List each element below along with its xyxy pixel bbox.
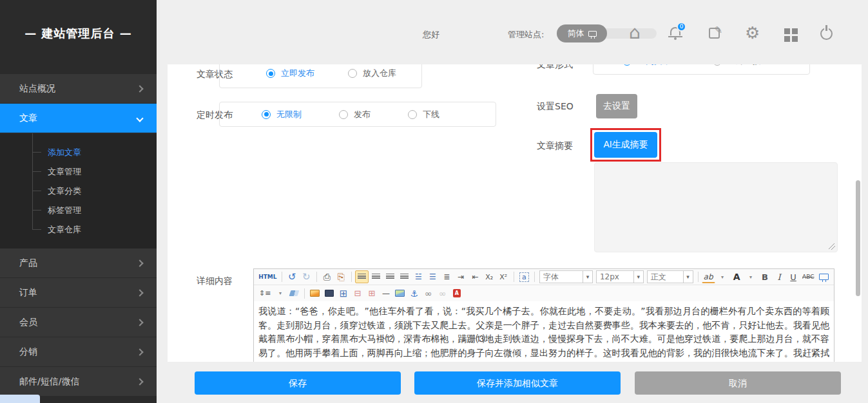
unordered-list-icon[interactable]: ☰ bbox=[426, 270, 439, 283]
undo-icon[interactable]: ↺ bbox=[285, 270, 299, 283]
summary-textarea[interactable] bbox=[594, 162, 838, 252]
chevron-down-icon: ▾ bbox=[633, 271, 643, 283]
app-title: — 建站管理后台 — bbox=[0, 26, 157, 41]
tree-branch bbox=[32, 191, 41, 211]
align-center-icon[interactable] bbox=[369, 270, 383, 283]
chevron-right-icon bbox=[136, 289, 143, 296]
cancel-button[interactable]: 取消 bbox=[635, 371, 841, 395]
sidebar: — 建站管理后台 — 站点概况 文章 添加文章 文章管理 文章分类 bbox=[0, 0, 157, 403]
sidebar-item-orders[interactable]: 订单 bbox=[0, 278, 157, 308]
horizontal-rule-icon[interactable]: — bbox=[379, 287, 392, 300]
fullscreen-monitor-icon[interactable] bbox=[817, 270, 831, 283]
compose-icon[interactable]: ✎ bbox=[709, 28, 720, 39]
insert-column-icon[interactable]: ⊞ bbox=[365, 287, 378, 300]
chevron-right-icon bbox=[136, 259, 143, 267]
submenu-item-article-category[interactable]: 文章分类 bbox=[0, 182, 157, 201]
highlight-color-icon[interactable]: ab bbox=[702, 270, 715, 283]
insert-table-icon[interactable]: ⊞ bbox=[336, 287, 350, 300]
power-logout-icon[interactable] bbox=[820, 28, 833, 40]
editor-content-area[interactable]: 我说道：“爸爸，你走吧。”他往车外看了看，说：“我买几个橘子去。你就在此地，不要… bbox=[254, 301, 834, 362]
html-source-button[interactable]: HTML bbox=[257, 270, 278, 283]
font-color-icon[interactable]: A bbox=[730, 270, 744, 283]
select-all-icon[interactable]: a bbox=[517, 270, 531, 283]
underline-icon[interactable]: U bbox=[787, 270, 800, 283]
link-icon[interactable]: ∞ bbox=[421, 287, 435, 300]
sidebar-item-distribution[interactable]: 分销 bbox=[0, 337, 157, 367]
anchor-icon[interactable]: ⚓ bbox=[407, 287, 421, 300]
radio-unselected-icon bbox=[713, 64, 722, 66]
radio-option-no-limit[interactable]: 无限制 bbox=[262, 109, 302, 120]
radio-option-external-link[interactable]: 站外链接 bbox=[713, 64, 761, 67]
article-status-radio-group: 立即发布 放入仓库 bbox=[219, 64, 422, 88]
image-gallery-icon[interactable] bbox=[393, 287, 407, 300]
outdent-icon[interactable]: ⇤ bbox=[468, 270, 482, 283]
chevron-right-icon bbox=[136, 378, 143, 385]
insert-video-icon[interactable] bbox=[322, 287, 336, 300]
radio-option-publish[interactable]: 发布 bbox=[339, 109, 371, 120]
red-annotation-rectangle bbox=[590, 128, 661, 162]
chevron-down-icon: ▾ bbox=[583, 271, 592, 283]
save-button[interactable]: 保存 bbox=[195, 371, 401, 395]
paragraph-format-select[interactable]: 正文 ▾ bbox=[647, 270, 693, 283]
submenu-item-article-warehouse[interactable]: 文章仓库 bbox=[0, 220, 157, 239]
subscript-icon[interactable]: X₂ bbox=[483, 270, 496, 283]
radio-option-offline[interactable]: 下线 bbox=[408, 109, 439, 120]
apps-grid-icon[interactable] bbox=[784, 28, 790, 34]
home-icon[interactable]: ⌂ bbox=[629, 24, 641, 41]
vertical-scrollbar-thumb[interactable] bbox=[856, 180, 860, 296]
sidebar-item-articles[interactable]: 文章 bbox=[0, 104, 157, 133]
redo-icon[interactable]: ↻ bbox=[300, 270, 313, 283]
radio-selected-icon bbox=[622, 64, 632, 66]
notifications-bell-icon[interactable]: 0 bbox=[670, 27, 680, 35]
line-height-icon[interactable]: ⇕≡ bbox=[257, 287, 273, 300]
ordered-list-icon[interactable]: ☱ bbox=[412, 270, 425, 283]
radio-option-publish-now[interactable]: 立即发布 bbox=[266, 68, 314, 79]
sidebar-item-mail-sms-wechat[interactable]: 邮件/短信/微信 bbox=[0, 367, 157, 397]
print-icon[interactable]: ⎙ bbox=[320, 270, 334, 283]
submenu-item-add-article[interactable]: 添加文章 bbox=[0, 143, 157, 162]
greeting-text: 您好 bbox=[423, 29, 439, 41]
tree-branch bbox=[32, 172, 41, 191]
language-switch-button[interactable]: 简体 bbox=[557, 24, 607, 42]
chevron-down-icon[interactable]: ▾ bbox=[273, 287, 287, 300]
indent-icon[interactable]: ⇥ bbox=[454, 270, 468, 283]
textarea-resize-grip[interactable] bbox=[829, 243, 835, 250]
bold-icon[interactable]: B bbox=[758, 270, 772, 283]
insert-image-icon[interactable] bbox=[308, 287, 322, 300]
align-right-icon[interactable] bbox=[383, 270, 397, 283]
auto-typeset-icon[interactable]: ≣ bbox=[440, 270, 454, 283]
sidebar-item-site-overview[interactable]: 站点概况 bbox=[0, 74, 157, 104]
settings-gear-icon[interactable]: ⚙ bbox=[745, 23, 760, 42]
sidebar-item-members[interactable]: 会员 bbox=[0, 308, 157, 337]
unlink-icon[interactable]: ∞ bbox=[436, 287, 449, 300]
radio-option-internal-article[interactable]: 站内文章 bbox=[622, 64, 671, 67]
format-eraser-icon[interactable] bbox=[287, 287, 301, 300]
save-and-add-similar-button[interactable]: 保存并添加相似文章 bbox=[414, 371, 621, 395]
detail-content-label: 详细内容 bbox=[197, 276, 233, 287]
radio-selected-icon bbox=[266, 69, 275, 78]
paste-text-icon[interactable]: ⎘ bbox=[334, 270, 348, 283]
content-card: 文章形式 站内文章 站外链接 文章状态 立即发布 放入仓库 定时发布 bbox=[168, 64, 862, 362]
font-size-select[interactable]: 12px ▾ bbox=[596, 270, 644, 283]
chevron-down-icon[interactable]: ▾ bbox=[744, 270, 758, 283]
radio-unselected-icon bbox=[408, 110, 417, 119]
radio-option-to-warehouse[interactable]: 放入仓库 bbox=[348, 68, 396, 79]
radio-selected-icon bbox=[262, 110, 271, 119]
insert-row-icon[interactable]: ⊟ bbox=[351, 287, 364, 300]
timed-publish-radio-group: 无限制 发布 下线 bbox=[219, 102, 496, 127]
radio-unselected-icon bbox=[348, 69, 357, 78]
strikethrough-icon[interactable]: ABC bbox=[801, 270, 816, 283]
tree-branch bbox=[32, 153, 41, 172]
superscript-icon[interactable]: X² bbox=[497, 270, 510, 283]
chevron-down-icon[interactable]: ▾ bbox=[716, 270, 729, 283]
sidebar-item-products[interactable]: 产品 bbox=[0, 248, 157, 278]
align-justify-icon[interactable] bbox=[398, 270, 411, 283]
font-family-select[interactable]: 字体 ▾ bbox=[539, 270, 593, 283]
notification-badge: 0 bbox=[677, 22, 686, 32]
submenu-item-article-manage[interactable]: 文章管理 bbox=[0, 162, 157, 182]
seo-setup-button[interactable]: 去设置 bbox=[596, 94, 637, 118]
italic-icon[interactable]: I bbox=[773, 270, 786, 283]
attach-pdf-icon[interactable]: A bbox=[450, 287, 463, 300]
submenu-item-tag-manage[interactable]: 标签管理 bbox=[0, 201, 157, 220]
align-left-icon[interactable] bbox=[355, 270, 369, 283]
